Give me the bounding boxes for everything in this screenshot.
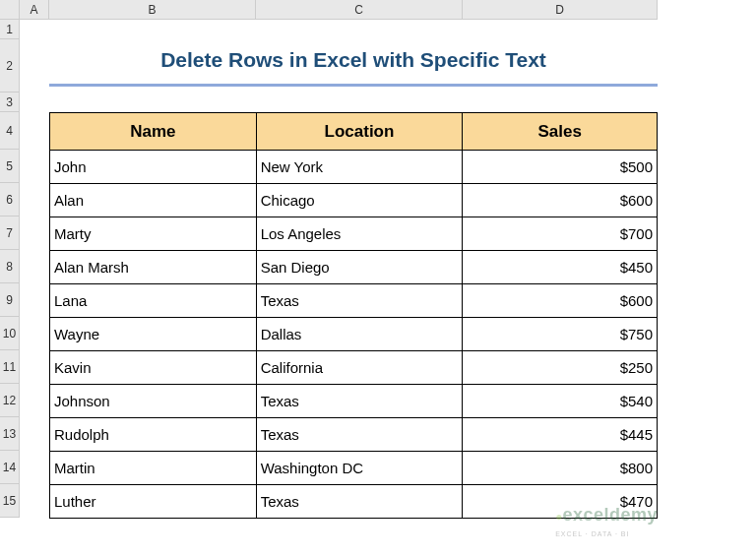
cell-location[interactable]: San Diego xyxy=(256,251,463,284)
cell-name[interactable]: Alan Marsh xyxy=(50,251,257,284)
cell-sales[interactable]: $540 xyxy=(463,385,658,418)
row-header-15[interactable]: 15 xyxy=(0,484,20,518)
page-title: Delete Rows in Excel with Specific Text xyxy=(49,39,658,87)
col-header-C[interactable]: C xyxy=(256,0,463,20)
table-row: KavinCalifornia$250 xyxy=(50,351,658,385)
cell-location[interactable]: California xyxy=(256,351,463,385)
col-header-D[interactable]: D xyxy=(463,0,658,20)
table-row: LanaTexas$600 xyxy=(50,284,658,318)
row-header-10[interactable]: 10 xyxy=(0,317,20,350)
cell-location[interactable]: Dallas xyxy=(256,318,463,351)
row-header-6[interactable]: 6 xyxy=(0,183,20,217)
cell-location[interactable]: Texas xyxy=(256,485,463,519)
cell-location[interactable]: Texas xyxy=(256,385,463,418)
table-row: Alan MarshSan Diego$450 xyxy=(50,251,658,284)
table-row: AlanChicago$600 xyxy=(50,184,658,217)
table-row: JohnsonTexas$540 xyxy=(50,385,658,418)
table-row: MartyLos Angeles$700 xyxy=(50,217,658,251)
header-name[interactable]: Name xyxy=(50,113,257,151)
cell-location[interactable]: Texas xyxy=(256,284,463,318)
row-header-9[interactable]: 9 xyxy=(0,283,20,317)
cell-sales[interactable]: $445 xyxy=(463,418,658,452)
cell-sales[interactable]: $450 xyxy=(463,251,658,284)
row-header-11[interactable]: 11 xyxy=(0,350,20,384)
cell-name[interactable]: Kavin xyxy=(50,351,257,385)
table-row: RudolphTexas$445 xyxy=(50,418,658,452)
cell-sales[interactable]: $600 xyxy=(463,184,658,217)
row-header-12[interactable]: 12 xyxy=(0,384,20,417)
cell-name[interactable]: Alan xyxy=(50,184,257,217)
cell-sales[interactable]: $250 xyxy=(463,351,658,385)
watermark: ●exceldemy EXCEL · DATA · BI xyxy=(555,505,658,539)
cell-location[interactable]: Los Angeles xyxy=(256,217,463,251)
cell-location[interactable]: Washington DC xyxy=(256,452,463,485)
spreadsheet-grid: 123456789101112131415 ABCD Delete Rows i… xyxy=(0,0,756,518)
cell-name[interactable]: Johnson xyxy=(50,385,257,418)
table-row: MartinWashington DC$800 xyxy=(50,452,658,485)
header-location[interactable]: Location xyxy=(256,113,463,151)
data-table: Name Location Sales JohnNew York$500Alan… xyxy=(49,112,658,519)
cell-name[interactable]: Luther xyxy=(50,485,257,519)
cell-name[interactable]: Martin xyxy=(50,452,257,485)
cell-location[interactable]: Texas xyxy=(256,418,463,452)
corner[interactable] xyxy=(0,0,20,20)
cell-name[interactable]: Lana xyxy=(50,284,257,318)
table-header-row: Name Location Sales xyxy=(50,113,658,151)
row-header-2[interactable]: 2 xyxy=(0,39,20,93)
row-header-13[interactable]: 13 xyxy=(0,417,20,451)
header-sales[interactable]: Sales xyxy=(463,113,658,151)
cell-sales[interactable]: $750 xyxy=(463,318,658,351)
col-header-B[interactable]: B xyxy=(49,0,256,20)
row-header-3[interactable]: 3 xyxy=(0,93,20,112)
cell-sales[interactable]: $800 xyxy=(463,452,658,485)
col-headers: ABCD xyxy=(20,0,658,20)
cell-sales[interactable]: $600 xyxy=(463,284,658,318)
cell-name[interactable]: John xyxy=(50,151,257,184)
row-header-5[interactable]: 5 xyxy=(0,150,20,183)
cell-location[interactable]: Chicago xyxy=(256,184,463,217)
row-header-4[interactable]: 4 xyxy=(0,112,20,150)
cell-sales[interactable]: $500 xyxy=(463,151,658,184)
cell-name[interactable]: Wayne xyxy=(50,318,257,351)
col-header-A[interactable]: A xyxy=(20,0,49,20)
cell-location[interactable]: New York xyxy=(256,151,463,184)
table-row: WayneDallas$750 xyxy=(50,318,658,351)
row-header-14[interactable]: 14 xyxy=(0,451,20,484)
row-headers: 123456789101112131415 xyxy=(0,0,20,518)
cell-name[interactable]: Marty xyxy=(50,217,257,251)
cell-name[interactable]: Rudolph xyxy=(50,418,257,452)
row-header-8[interactable]: 8 xyxy=(0,250,20,283)
table-row: JohnNew York$500 xyxy=(50,151,658,184)
row-header-1[interactable]: 1 xyxy=(0,20,20,39)
cell-sales[interactable]: $700 xyxy=(463,217,658,251)
row-header-7[interactable]: 7 xyxy=(0,217,20,250)
